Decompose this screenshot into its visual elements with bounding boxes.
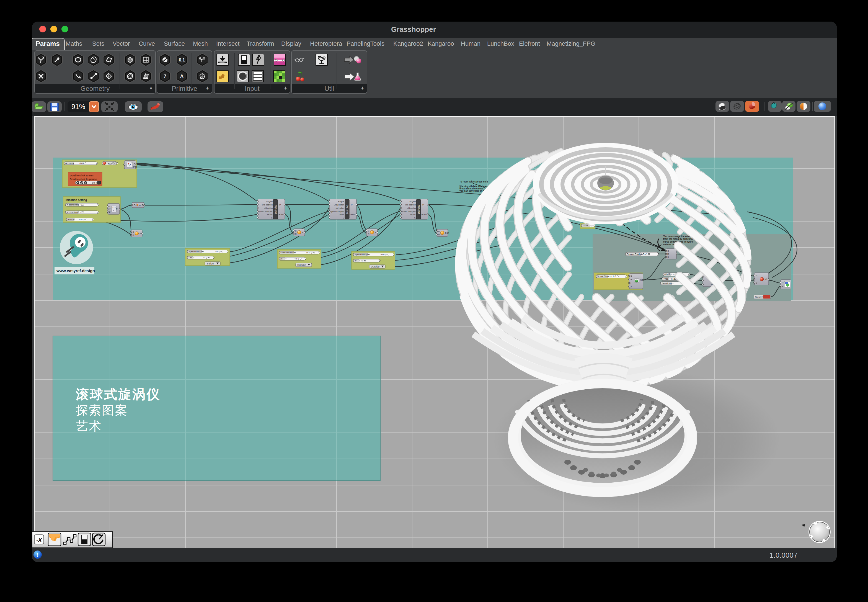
svg-text:Dcircle1: Dcircle1 <box>274 204 277 214</box>
svg-text:L: L <box>756 278 757 281</box>
svg-text:0.1: 0.1 <box>179 58 185 62</box>
svg-text:old radius: old radius <box>407 207 416 209</box>
svg-text:-x: -x <box>36 536 42 543</box>
svg-text:2R: 2R <box>281 258 283 260</box>
svg-text:C: C <box>667 250 669 252</box>
svg-text:Y: Y <box>109 208 111 210</box>
svg-text:1 R: 1 R <box>189 256 192 259</box>
svg-text:radius: radius <box>350 213 356 216</box>
svg-text:Voxel Size: Voxel Size <box>597 275 609 278</box>
svg-text:Y coordinate: Y coordinate <box>67 211 79 213</box>
svg-text:vz P: vz P <box>139 204 143 207</box>
svg-text:S: S <box>445 232 446 234</box>
svg-text:Outside: Outside <box>371 265 379 268</box>
svg-text:M: M <box>782 285 783 287</box>
svg-text:Speed multiplier: Speed multiplier <box>258 210 273 213</box>
svg-text:Initiation setting: Initiation setting <box>66 198 87 201</box>
svg-text:Pt: Pt <box>116 208 118 210</box>
svg-text:0.69: 0.69 <box>80 162 84 164</box>
svg-text:P: P <box>422 203 424 206</box>
svg-text:B: B <box>295 230 296 232</box>
svg-text:M: M <box>756 275 757 277</box>
svg-text:◇ 1.0: ◇ 1.0 <box>610 275 616 278</box>
svg-text:5 ◇: 5 ◇ <box>643 253 647 256</box>
svg-text:Speed multiplier: Speed multiplier <box>281 252 296 254</box>
svg-text:Z: Z <box>109 211 110 213</box>
svg-text:You can change the value: You can change the value <box>663 235 691 238</box>
svg-text:radius: radius <box>421 213 427 216</box>
svg-text:radius: radius <box>410 213 416 216</box>
svg-text:◇ 2: ◇ 2 <box>671 278 675 280</box>
svg-text:7: 7 <box>164 74 166 79</box>
svg-text:40 ◇: 40 ◇ <box>294 258 299 260</box>
svg-text:old radius: old radius <box>336 207 345 209</box>
svg-text:I: I <box>126 164 126 166</box>
svg-text:radius: radius <box>339 213 344 216</box>
svg-text:5.0 ◇: 5.0 ◇ <box>215 250 221 253</box>
svg-text:S: S <box>756 282 757 284</box>
svg-text:R: R <box>438 233 440 236</box>
svg-text:Engine: Engine <box>267 200 273 203</box>
svg-text:S: S <box>140 232 141 235</box>
svg-text:G: G <box>782 281 784 284</box>
svg-text:Curve Radius: Curve Radius <box>627 253 643 256</box>
svg-text:S: S <box>667 256 669 258</box>
svg-text:R: R <box>295 233 297 235</box>
svg-text:100 ◇: 100 ◇ <box>79 218 85 221</box>
svg-text:20.0 ◇: 20.0 ◇ <box>380 253 386 256</box>
svg-text:radius: radius <box>267 213 273 216</box>
svg-text:S: S <box>640 279 642 281</box>
svg-text:O: O <box>134 204 136 207</box>
svg-text:Width: Width <box>664 273 671 276</box>
svg-text:20 ◇: 20 ◇ <box>203 256 208 259</box>
svg-text:Old position: Old position <box>405 204 416 206</box>
svg-text:XYZ: XYZ <box>112 207 116 209</box>
svg-text:G: G <box>414 217 416 219</box>
svg-text:I: I <box>630 282 631 284</box>
svg-text:X: X <box>109 205 111 208</box>
svg-text:3R: 3R <box>354 260 357 262</box>
svg-text:Old position: Old position <box>262 204 273 206</box>
svg-text:B: B <box>368 230 369 232</box>
svg-text:Dcircle2: Dcircle2 <box>346 204 349 214</box>
svg-text:滚球式旋涡仪: 滚球式旋涡仪 <box>75 387 161 401</box>
svg-text:Speed multiplier: Speed multiplier <box>354 253 370 256</box>
svg-text:B: B <box>438 230 440 233</box>
svg-text:Inside: Inside <box>207 262 214 265</box>
svg-text:15.0 ◇: 15.0 ◇ <box>306 252 313 254</box>
svg-text:◇ 4: ◇ 4 <box>361 260 365 262</box>
svg-text:To reset values press on it: To reset values press on it <box>460 181 488 183</box>
svg-text:Speed multiplier: Speed multiplier <box>189 250 204 253</box>
svg-text:Rec: Rec <box>108 162 113 165</box>
svg-text:S: S <box>302 231 304 234</box>
svg-text:Type: Type <box>663 278 669 280</box>
svg-text:R: R <box>368 233 370 235</box>
svg-text:Radius: Radius <box>67 218 74 221</box>
svg-text:O: O <box>765 278 767 281</box>
svg-text:www.easyref.design: www.easyref.design <box>56 269 95 273</box>
svg-text:P: P <box>351 203 353 206</box>
svg-text:B: B <box>133 231 134 233</box>
svg-text:old radius: old radius <box>264 207 273 209</box>
svg-text:A: A <box>630 286 632 288</box>
svg-text:Engine: Engine <box>338 200 344 203</box>
svg-text:Swatch: Swatch <box>755 296 764 298</box>
svg-text:艺术: 艺术 <box>76 419 102 433</box>
svg-text:P: P <box>279 203 281 206</box>
svg-text:Old position: Old position <box>334 204 344 206</box>
svg-text:探索图案: 探索图案 <box>76 404 128 417</box>
svg-text:radius: radius <box>278 213 284 216</box>
svg-text:Speed multiplier: Speed multiplier <box>401 210 416 213</box>
svg-text:R: R <box>667 253 669 255</box>
svg-text:G: G <box>343 217 344 219</box>
svg-text:B: B <box>630 278 632 281</box>
svg-text:X coordinate: X coordinate <box>67 204 79 206</box>
svg-text:A: A <box>180 74 184 79</box>
svg-text:Outside: Outside <box>297 264 306 266</box>
svg-text:R: R <box>133 234 134 236</box>
svg-text:Dcircle3: Dcircle3 <box>417 204 420 214</box>
svg-text:Engine: Engine <box>409 200 416 203</box>
svg-text:Accuracy: Accuracy <box>65 162 74 164</box>
svg-text:Speed multiplier: Speed multiplier <box>330 210 344 213</box>
svg-text:Iterations: Iterations <box>662 282 672 285</box>
